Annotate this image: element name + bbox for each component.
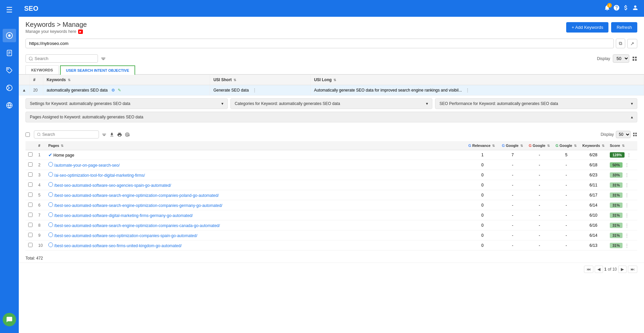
row-menu-icon[interactable]: ⋮ <box>625 183 629 187</box>
row-menu-icon[interactable]: ⋮ <box>625 233 629 238</box>
filter-icon[interactable] <box>101 56 106 61</box>
row-relevance: 0 <box>466 220 499 230</box>
page-link[interactable]: /best-seo-automated-software-search-engi… <box>54 223 220 228</box>
col-usi-short[interactable]: USI Short ⇅ <box>210 75 311 85</box>
sidebar-item-tag[interactable] <box>3 64 16 77</box>
open-url-button[interactable]: ↗ <box>627 39 637 48</box>
inner-at-icon[interactable] <box>125 132 130 137</box>
row-checkbox[interactable] <box>28 243 33 247</box>
keyword-edit-icon[interactable]: ✎ <box>118 88 121 93</box>
dollar-button[interactable] <box>623 4 629 13</box>
search-input[interactable] <box>35 56 95 61</box>
user-button[interactable] <box>632 4 639 13</box>
col-keywords[interactable]: Keywords ⇅ <box>43 75 210 85</box>
settings-panel[interactable]: Settings for Keyword: automatically gene… <box>25 98 228 109</box>
page-first-button[interactable]: ⏮ <box>584 266 593 273</box>
categories-panel[interactable]: Categories for Keyword: automatically ge… <box>230 98 433 109</box>
row-check[interactable] <box>25 210 36 220</box>
row-collapse[interactable]: ▲ <box>19 85 30 96</box>
row-check[interactable] <box>25 200 36 210</box>
select-all-checkbox[interactable] <box>25 132 30 137</box>
row-checkbox[interactable] <box>28 192 33 197</box>
chat-icon[interactable] <box>3 313 16 326</box>
add-keywords-button[interactable]: + Add Keywords <box>566 22 608 33</box>
row-checkbox[interactable] <box>28 162 33 167</box>
row-menu-icon[interactable]: ⋮ <box>625 163 629 167</box>
row-menu-icon[interactable]: ⋮ <box>625 243 629 248</box>
col-usi-long[interactable]: USI Long ⇅ <box>311 75 644 85</box>
inner-col-pages[interactable]: Pages ⇅ <box>46 141 466 150</box>
row-menu-icon[interactable]: ⋮ <box>625 193 629 198</box>
row-checkbox[interactable] <box>28 213 33 217</box>
row-checkbox[interactable] <box>28 203 33 207</box>
row-check[interactable] <box>25 240 36 251</box>
tab-usi[interactable]: USER SEARCH INTENT OBJECTIVE <box>60 65 135 75</box>
page-current: 1 <box>604 267 607 272</box>
row-menu-icon[interactable]: ⋮ <box>625 223 629 228</box>
row-check[interactable] <box>25 220 36 230</box>
inner-col-keywords[interactable]: Keywords ⇅ <box>580 141 607 150</box>
sidebar-item-analytics[interactable] <box>3 81 16 95</box>
row-checkbox[interactable] <box>28 233 33 237</box>
inner-grid-icon[interactable] <box>633 132 637 137</box>
grid-icon[interactable] <box>632 56 637 61</box>
inner-print-icon[interactable] <box>117 132 122 137</box>
usi-long-menu-icon[interactable]: ⋮ <box>466 88 470 93</box>
inner-display-select[interactable]: 50 <box>616 131 631 138</box>
row-check[interactable] <box>25 190 36 200</box>
row-check[interactable] <box>25 180 36 190</box>
inner-search-input[interactable] <box>42 132 96 137</box>
page-prev-button[interactable]: ◀ <box>595 266 603 273</box>
row-check[interactable] <box>25 160 36 170</box>
svg-point-16 <box>38 133 40 136</box>
page-link[interactable]: /best-seo-automated-software-search-engi… <box>54 203 222 208</box>
help-button[interactable] <box>613 4 620 13</box>
row-checkbox[interactable] <box>28 182 33 187</box>
row-check[interactable] <box>25 230 36 240</box>
pages-assigned-panel[interactable]: Pages Assigned to Keyword: automatically… <box>25 112 637 122</box>
page-link[interactable]: /best-seo-automated-software-seo-optimiz… <box>54 233 197 238</box>
refresh-button[interactable]: Refresh <box>611 22 637 33</box>
sidebar-item-document[interactable] <box>3 46 16 60</box>
inner-col-google3[interactable]: G Google ⇅ <box>553 141 580 150</box>
sidebar-item-globe-active[interactable] <box>3 29 16 42</box>
tab-keywords[interactable]: KEYWORDS <box>25 65 59 75</box>
sidebar-menu-icon[interactable]: ☰ <box>3 3 16 17</box>
youtube-icon[interactable]: ▶ <box>78 30 83 34</box>
page-link[interactable]: /best-seo-automated-software-search-engi… <box>54 193 219 198</box>
row-menu-icon[interactable]: ⋮ <box>625 173 629 177</box>
row-checkbox[interactable] <box>28 152 33 157</box>
row-checkbox[interactable] <box>28 223 33 227</box>
score-badge: 31% <box>610 182 623 188</box>
row-menu-icon[interactable]: ⋮ <box>625 203 629 208</box>
row-checkbox[interactable] <box>28 172 33 177</box>
inner-col-score[interactable]: Score ⇅ <box>607 141 637 150</box>
inner-col-google1[interactable]: G Google ⇅ <box>499 141 526 150</box>
expand-panels-row: Settings for Keyword: automatically gene… <box>25 98 637 109</box>
page-link[interactable]: /ai-seo-optimization-tool-for-digital-ma… <box>54 173 145 178</box>
notifications-button[interactable]: 1 <box>604 4 610 13</box>
inner-col-google2[interactable]: G Google ⇅ <box>526 141 553 150</box>
page-link[interactable]: /automate-your-on-page-search-seo/ <box>54 163 119 168</box>
usi-short-menu-icon[interactable]: ⋮ <box>253 88 257 93</box>
row-menu-icon[interactable]: ⋮ <box>625 213 629 218</box>
copy-url-button[interactable]: ⧉ <box>616 39 625 48</box>
url-select[interactable]: https://nytroseo.com <box>25 39 614 48</box>
sidebar-item-globe2[interactable] <box>3 99 16 112</box>
page-link[interactable]: /best-seo-automated-software-seo-agencie… <box>54 183 171 188</box>
row-relevance: 0 <box>466 190 499 200</box>
inner-col-relevance[interactable]: G Relevance ⇅ <box>466 141 499 150</box>
page-link[interactable]: /best-seo-automated-software-digital-mar… <box>54 213 193 218</box>
row-check[interactable] <box>25 150 36 160</box>
seo-performance-panel[interactable]: SEO Performance for Keyword: automatical… <box>435 98 637 109</box>
row-check[interactable] <box>25 170 36 180</box>
row-menu-icon[interactable]: ⋮ <box>627 153 631 157</box>
inner-filter-icon[interactable] <box>102 132 107 137</box>
inner-download-icon[interactable] <box>109 132 114 137</box>
collapse-icon[interactable]: ▲ <box>22 88 26 93</box>
page-next-button[interactable]: ▶ <box>618 266 627 273</box>
display-select[interactable]: 50 <box>613 54 629 63</box>
keyword-settings-icon[interactable]: ⚙ <box>111 88 115 93</box>
page-last-button[interactable]: ⏭ <box>628 266 637 273</box>
page-link[interactable]: /best-seo-automated-software-seo-firms-u… <box>54 243 181 248</box>
